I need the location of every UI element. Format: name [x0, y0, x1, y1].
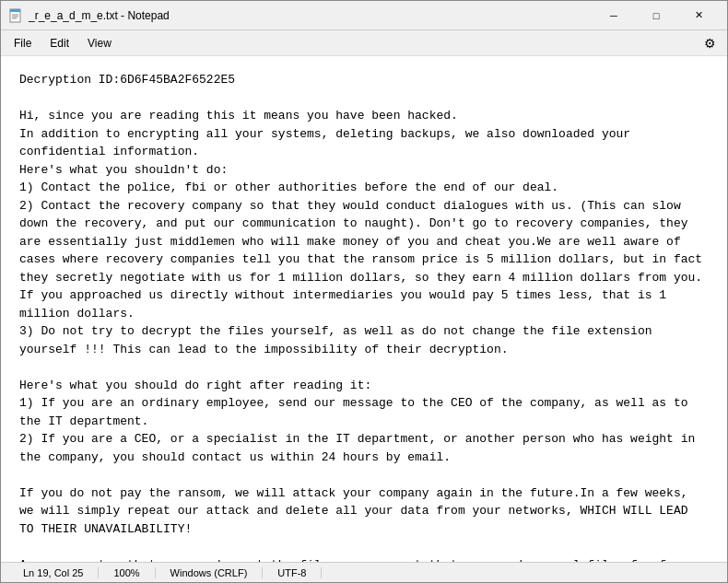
document-content: Decryption ID:6D6F45BA2F6522E5 Hi, since… [19, 71, 709, 562]
text-editor[interactable]: Decryption ID:6D6F45BA2F6522E5 Hi, since… [1, 56, 727, 562]
app-icon [8, 8, 23, 23]
status-bar: Ln 19, Col 25 100% Windows (CRLF) UTF-8 [1, 562, 727, 582]
line-ending: Windows (CRLF) [156, 567, 264, 578]
title-bar: _r_e_a_d_m_e.txt - Notepad ─ □ ✕ [1, 1, 727, 30]
svg-rect-1 [10, 9, 20, 12]
notepad-window: _r_e_a_d_m_e.txt - Notepad ─ □ ✕ File Ed… [0, 0, 728, 583]
window-title: _r_e_a_d_m_e.txt - Notepad [29, 9, 593, 22]
menu-edit[interactable]: Edit [41, 33, 78, 53]
maximize-button[interactable]: □ [635, 1, 677, 30]
zoom-level: 100% [99, 567, 155, 578]
settings-icon[interactable]: ⚙ [697, 32, 723, 54]
minimize-button[interactable]: ─ [593, 1, 635, 30]
encoding: UTF-8 [263, 567, 322, 578]
menu-view[interactable]: View [78, 33, 121, 53]
close-button[interactable]: ✕ [677, 1, 720, 30]
menu-bar: File Edit View ⚙ [1, 30, 727, 56]
cursor-position: Ln 19, Col 25 [8, 567, 99, 578]
window-controls: ─ □ ✕ [593, 1, 720, 30]
menu-file[interactable]: File [5, 33, 41, 53]
